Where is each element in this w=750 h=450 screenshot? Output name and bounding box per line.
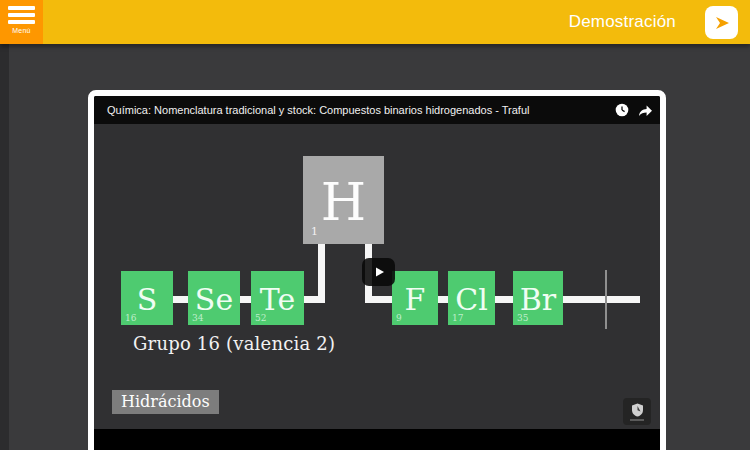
element-number: 34 <box>192 313 203 323</box>
arrow-right-icon <box>712 13 732 33</box>
shield-icon <box>631 403 644 417</box>
app-header: Menú Demostración <box>0 0 750 44</box>
wire-te-h <box>304 296 325 303</box>
watch-later-icon[interactable] <box>615 103 629 117</box>
element-symbol: S <box>121 285 173 315</box>
topic-tag: Hidrácidos <box>112 390 219 414</box>
channel-watermark[interactable] <box>623 398 651 425</box>
wire-br-end <box>563 296 640 303</box>
element-number: 35 <box>517 313 528 323</box>
element-f: F 9 <box>392 271 438 325</box>
element-se: Se 34 <box>188 271 240 325</box>
wire-s-se <box>173 296 188 303</box>
hamburger-icon <box>0 0 43 24</box>
wire-se-te <box>240 296 251 303</box>
element-symbol: F <box>392 285 438 315</box>
wire-cl-br <box>495 296 513 303</box>
menu-button[interactable]: Menú <box>0 0 43 44</box>
player-bottom-bar <box>94 429 660 450</box>
group-caption: Grupo 16 (valencia 2) <box>133 333 335 354</box>
video-title[interactable]: Química: Nomenclatura tradicional y stoc… <box>94 104 615 116</box>
wire-h-left-leg <box>318 244 325 303</box>
share-icon[interactable] <box>638 104 653 117</box>
element-symbol: Se <box>188 285 240 315</box>
element-number: 16 <box>125 313 136 323</box>
play-icon <box>373 266 385 278</box>
video-frame: H 1 S 16 Se 34 Te 52 F 9 <box>94 124 660 429</box>
wire-h-f <box>365 296 392 303</box>
element-br: Br 35 <box>513 271 563 325</box>
video-player[interactable]: Química: Nomenclatura tradicional y stoc… <box>88 90 666 450</box>
left-edge-strip <box>0 44 9 450</box>
element-symbol: H <box>303 176 384 228</box>
element-number: 17 <box>452 313 463 323</box>
element-symbol: Cl <box>448 285 495 315</box>
element-number: 52 <box>255 313 266 323</box>
divider-line <box>605 270 607 329</box>
menu-button-label: Menú <box>0 27 43 34</box>
element-s: S 16 <box>121 271 173 325</box>
player-titlebar: Química: Nomenclatura tradicional y stoc… <box>94 96 660 124</box>
watermark-subtext <box>630 419 644 421</box>
element-hydrogen: H 1 <box>303 156 384 244</box>
element-symbol: Br <box>513 285 563 315</box>
element-number: 9 <box>396 313 402 323</box>
wire-f-cl <box>438 296 448 303</box>
element-cl: Cl 17 <box>448 271 495 325</box>
element-number: 1 <box>311 225 318 238</box>
next-button[interactable] <box>705 6 738 39</box>
element-te: Te 52 <box>251 271 304 325</box>
element-symbol: Te <box>251 285 304 315</box>
page-title: Demostración <box>569 0 676 44</box>
play-button[interactable] <box>362 258 395 286</box>
